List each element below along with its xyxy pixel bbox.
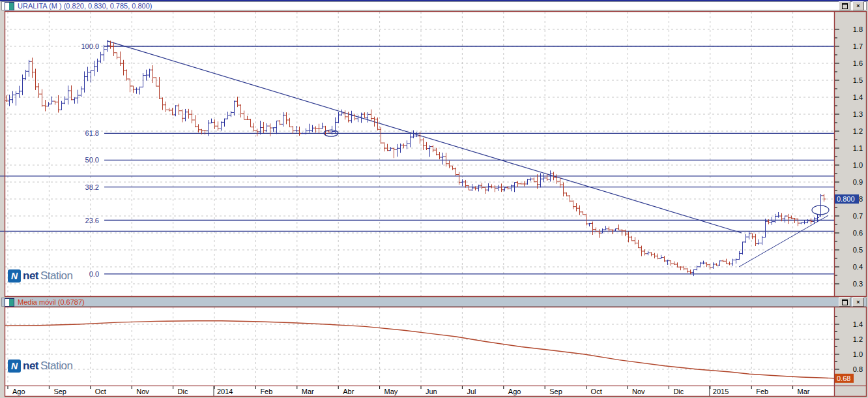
svg-text:Sep: Sep (53, 388, 66, 395)
netstation-logo-icon: N (8, 269, 21, 283)
svg-text:Ago: Ago (508, 388, 521, 395)
svg-text:1.5: 1.5 (853, 76, 863, 84)
svg-text:1.3: 1.3 (853, 110, 863, 118)
svg-text:Jun: Jun (426, 388, 437, 395)
netstation-logo-station: Station (40, 360, 72, 373)
svg-text:0.6: 0.6 (853, 229, 863, 237)
svg-text:Sep: Sep (549, 388, 562, 395)
svg-text:0.7: 0.7 (853, 212, 863, 220)
close-icon: × (856, 3, 860, 9)
ma-panel-controls: × (839, 298, 866, 307)
svg-text:Dic: Dic (673, 388, 684, 395)
ma-axis: 1.41.21.00.8 (835, 317, 863, 377)
close-icon: × (856, 299, 860, 305)
svg-text:Dic: Dic (178, 388, 188, 395)
svg-text:0.8: 0.8 (853, 365, 863, 373)
svg-text:50.0: 50.0 (85, 156, 99, 164)
close-button[interactable]: × (852, 1, 864, 10)
svg-text:1.8: 1.8 (853, 25, 863, 33)
ma-panel-titlebar[interactable]: Media móvil (0.6787) × (1, 298, 867, 307)
maximize-icon (842, 299, 848, 305)
netstation-logo-icon: N (8, 360, 21, 373)
svg-text:0.0: 0.0 (89, 270, 99, 278)
ma-plot-background (5, 307, 834, 386)
svg-text:1.7: 1.7 (853, 42, 863, 50)
netstation-window: URALITA (M ) (0.820, 0.830, 0.785, 0.800… (0, 0, 868, 398)
price-panel-title: URALITA (M ) (0.820, 0.830, 0.785, 0.800… (18, 2, 152, 10)
svg-text:Oct: Oct (591, 388, 602, 395)
price-plot-background (5, 12, 834, 296)
maximize-button[interactable] (839, 298, 850, 307)
svg-text:23.6: 23.6 (85, 217, 99, 224)
time-axis: AgoSepOctNovDic2014FebMarAbrMayJunJulAgo… (0, 386, 868, 398)
svg-text:0.3: 0.3 (853, 280, 863, 288)
svg-text:100.0: 100.0 (81, 42, 99, 50)
ma-value-marker: 0.68 (835, 374, 854, 383)
svg-text:Jul: Jul (467, 388, 476, 395)
svg-text:Oct: Oct (95, 388, 106, 395)
svg-text:Abr: Abr (343, 388, 354, 395)
svg-text:Mar: Mar (302, 388, 314, 395)
svg-text:1.4: 1.4 (853, 320, 863, 328)
svg-text:1.6: 1.6 (853, 59, 863, 67)
chart-window-icon (5, 298, 14, 307)
netstation-logo: N netStation (8, 269, 72, 283)
svg-text:61.8: 61.8 (85, 129, 99, 137)
svg-text:1.0: 1.0 (853, 350, 863, 358)
svg-text:May: May (384, 388, 398, 395)
svg-text:Feb: Feb (756, 388, 768, 395)
svg-text:Mar: Mar (798, 388, 810, 395)
last-price-marker: 0.800 (835, 194, 859, 204)
chart-window-icon (5, 2, 14, 10)
svg-text:2015: 2015 (713, 388, 729, 395)
maximize-icon (842, 3, 848, 9)
svg-text:Feb: Feb (260, 388, 272, 395)
netstation-logo-net: net (23, 269, 38, 283)
svg-text:Nov: Nov (136, 388, 149, 395)
svg-text:38.2: 38.2 (85, 183, 99, 191)
svg-text:Ago: Ago (12, 388, 25, 395)
price-axis: 1.81.71.61.51.41.31.21.11.00.90.80.70.60… (835, 25, 863, 288)
svg-text:1.2: 1.2 (853, 335, 863, 343)
svg-text:1.2: 1.2 (853, 127, 863, 135)
netstation-logo-net: net (23, 360, 38, 373)
svg-text:1.4: 1.4 (853, 93, 863, 101)
netstation-logo-station: Station (40, 269, 72, 283)
svg-text:Nov: Nov (632, 388, 645, 395)
svg-text:2014: 2014 (217, 388, 233, 395)
price-chart-canvas[interactable]: 100.061.850.038.223.60.01.81.71.61.51.41… (0, 11, 868, 297)
svg-text:0.5: 0.5 (853, 246, 863, 254)
svg-text:1.0: 1.0 (853, 161, 863, 169)
ma-chart-canvas[interactable]: 1.41.21.00.80.68 (0, 307, 868, 386)
svg-text:0.4: 0.4 (853, 263, 863, 271)
price-panel-controls: × (839, 1, 866, 10)
svg-text:1.1: 1.1 (853, 144, 863, 152)
price-panel-titlebar[interactable]: URALITA (M ) (0.820, 0.830, 0.785, 0.800… (1, 1, 867, 10)
svg-text:0.800: 0.800 (837, 195, 855, 203)
maximize-button[interactable] (839, 1, 850, 10)
svg-text:0.9: 0.9 (853, 178, 863, 186)
close-button[interactable]: × (852, 298, 864, 307)
netstation-logo: N netStation (8, 360, 72, 373)
ma-panel-title: Media móvil (0.6787) (18, 298, 85, 306)
svg-text:0.68: 0.68 (837, 375, 850, 382)
